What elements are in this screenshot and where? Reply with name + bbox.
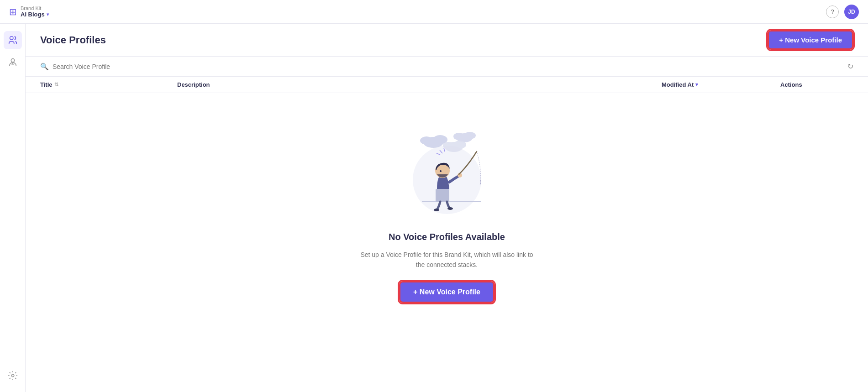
empty-state: No Voice Profiles Available Set up a Voi… (26, 93, 868, 330)
dropdown-arrow-icon: ▾ (47, 12, 49, 17)
main-body: Voice Profiles + New Voice Profile 🔍 ↻ T… (0, 24, 868, 392)
th-modified-at[interactable]: Modified At ▾ (662, 81, 780, 88)
search-input-wrap: 🔍 (40, 63, 847, 71)
th-actions: Actions (780, 81, 853, 88)
new-voice-profile-button-header[interactable]: + New Voice Profile (768, 30, 853, 50)
svg-point-10 (453, 133, 464, 140)
svg-rect-17 (436, 189, 449, 202)
top-bar-left: ⊞ Brand Kit AI Blogs ▾ (9, 5, 49, 18)
sidebar-item-settings[interactable] (4, 366, 22, 385)
app-name[interactable]: AI Blogs ▾ (21, 11, 49, 18)
page-header: Voice Profiles + New Voice Profile (26, 24, 868, 57)
search-input[interactable] (53, 63, 189, 70)
help-button[interactable]: ? (826, 5, 839, 18)
sidebar-item-personas[interactable] (4, 53, 22, 71)
sidebar (0, 24, 26, 392)
brand-kit-info: Brand Kit AI Blogs ▾ (21, 5, 49, 18)
empty-illustration (397, 120, 497, 221)
svg-point-13 (443, 142, 454, 149)
new-voice-profile-button-center[interactable]: + New Voice Profile (399, 281, 494, 303)
search-bar-row: 🔍 ↻ (26, 57, 868, 77)
brand-kit-icon: ⊞ (9, 6, 17, 17)
empty-description: Set up a Voice Profile for this Brand Ki… (360, 250, 534, 270)
sort-icon-modified: ▾ (695, 82, 698, 88)
table-area: 🔍 ↻ Title ⇅ Description Modified A (26, 57, 868, 392)
svg-point-9 (464, 132, 476, 139)
top-bar: ⊞ Brand Kit AI Blogs ▾ ? JD (0, 0, 868, 24)
svg-point-1 (11, 59, 14, 62)
th-description: Description (177, 81, 662, 88)
search-icon: 🔍 (40, 63, 49, 71)
user-avatar[interactable]: JD (844, 5, 859, 19)
page-title: Voice Profiles (40, 34, 106, 46)
brand-kit-label: Brand Kit (21, 5, 49, 11)
svg-point-18 (434, 209, 439, 211)
sort-icon-title: ⇅ (54, 82, 58, 88)
sidebar-item-voice-profiles[interactable] (4, 31, 22, 49)
table-header: Title ⇅ Description Modified At ▾ Action… (26, 77, 868, 93)
svg-point-2 (11, 374, 14, 377)
empty-title: No Voice Profiles Available (389, 232, 505, 242)
svg-point-0 (10, 37, 13, 40)
svg-point-22 (440, 170, 442, 172)
svg-point-7 (420, 136, 433, 145)
top-bar-right: ? JD (826, 5, 859, 19)
refresh-button[interactable]: ↻ (847, 62, 853, 71)
th-title[interactable]: Title ⇅ (40, 81, 177, 88)
svg-point-12 (453, 141, 466, 149)
svg-point-19 (447, 207, 453, 210)
content-area: Voice Profiles + New Voice Profile 🔍 ↻ T… (26, 24, 868, 392)
